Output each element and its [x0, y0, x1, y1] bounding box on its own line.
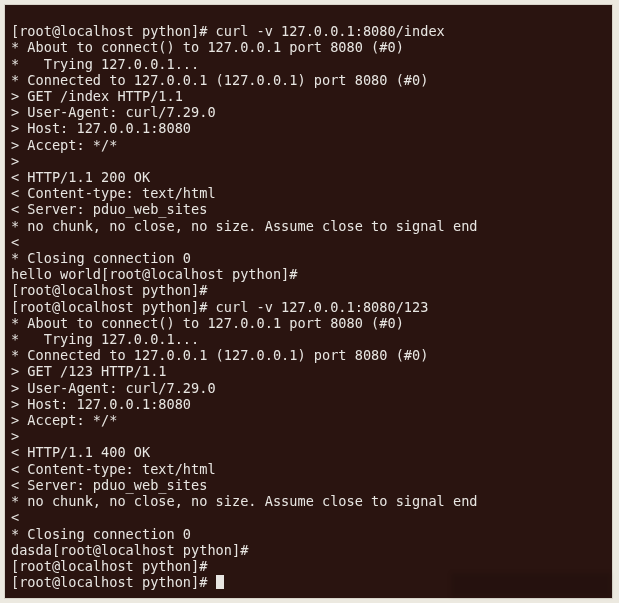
curl-output: * no chunk, no close, no size. Assume cl… — [11, 493, 478, 509]
curl-response: < — [11, 509, 19, 525]
curl-request: > Host: 127.0.0.1:8080 — [11, 120, 191, 136]
prompt-line: [root@localhost python]# curl -v 127.0.0… — [11, 299, 428, 315]
prompt: [root@localhost python]# — [11, 23, 216, 39]
curl-response: < HTTP/1.1 200 OK — [11, 169, 150, 185]
curl-response: < Content-type: text/html — [11, 185, 216, 201]
curl-request: > User-Agent: curl/7.29.0 — [11, 104, 216, 120]
curl-request: > Accept: */* — [11, 137, 117, 153]
curl-request: > — [11, 428, 19, 444]
prompt: [root@localhost python]# — [11, 558, 216, 574]
response-body: hello world — [11, 266, 101, 282]
cursor-block-icon — [216, 575, 224, 589]
prompt: [root@localhost python]# — [101, 266, 306, 282]
curl-response: < HTTP/1.1 400 OK — [11, 444, 150, 460]
prompt-line: [root@localhost python]# — [11, 558, 216, 574]
curl-output: * Closing connection 0 — [11, 250, 191, 266]
response-body-line: hello world[root@localhost python]# — [11, 266, 306, 282]
command-text: curl -v 127.0.0.1:8080/index — [216, 23, 445, 39]
curl-output: * Connected to 127.0.0.1 (127.0.0.1) por… — [11, 347, 428, 363]
curl-response: < Content-type: text/html — [11, 461, 216, 477]
prompt-line: [root@localhost python]# curl -v 127.0.0… — [11, 23, 445, 39]
curl-output: * About to connect() to 127.0.0.1 port 8… — [11, 39, 404, 55]
prompt-line: [root@localhost python]# — [11, 282, 216, 298]
prompt: [root@localhost python]# — [52, 542, 257, 558]
response-body-line: dasda[root@localhost python]# — [11, 542, 257, 558]
curl-request: > GET /123 HTTP/1.1 — [11, 363, 167, 379]
curl-request: > Host: 127.0.0.1:8080 — [11, 396, 191, 412]
command-text: curl -v 127.0.0.1:8080/123 — [216, 299, 429, 315]
curl-output: * Closing connection 0 — [11, 526, 191, 542]
curl-output: * no chunk, no close, no size. Assume cl… — [11, 218, 478, 234]
curl-output: * Trying 127.0.0.1... — [11, 56, 199, 72]
curl-response: < Server: pduo_web_sites — [11, 477, 207, 493]
curl-request: > User-Agent: curl/7.29.0 — [11, 380, 216, 396]
curl-response: < — [11, 234, 19, 250]
window-frame: [root@localhost python]# curl -v 127.0.0… — [0, 0, 619, 603]
curl-output: * About to connect() to 127.0.0.1 port 8… — [11, 315, 404, 331]
prompt: [root@localhost python]# — [11, 574, 216, 590]
curl-request: > GET /index HTTP/1.1 — [11, 88, 183, 104]
curl-response: < Server: pduo_web_sites — [11, 201, 207, 217]
curl-request: > — [11, 153, 19, 169]
prompt: [root@localhost python]# — [11, 282, 216, 298]
terminal[interactable]: [root@localhost python]# curl -v 127.0.0… — [4, 4, 613, 599]
prompt: [root@localhost python]# — [11, 299, 216, 315]
prompt-line: [root@localhost python]# — [11, 574, 224, 590]
curl-request: > Accept: */* — [11, 412, 117, 428]
curl-output: * Connected to 127.0.0.1 (127.0.0.1) por… — [11, 72, 428, 88]
curl-output: * Trying 127.0.0.1... — [11, 331, 199, 347]
response-body: dasda — [11, 542, 52, 558]
